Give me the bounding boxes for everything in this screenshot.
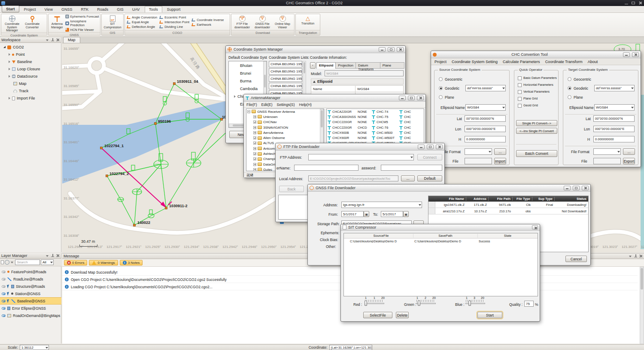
table-row[interactable]: C:\Users\koulong\Desktop\Demo D C:\Users… xyxy=(344,238,538,244)
back-button[interactable]: Back xyxy=(279,186,304,192)
menu-coordinate-transform[interactable]: Coordinate Transform xyxy=(545,60,583,64)
system-item[interactable]: CHINA BEIJING 1954 xyxy=(269,68,302,75)
plane-radio[interactable] xyxy=(439,95,443,99)
dialog-titlebar[interactable]: AntennaManager xyxy=(244,94,425,102)
dialog-titlebar[interactable]: CHC Convertion Tool xyxy=(431,51,641,58)
minimize-icon[interactable] xyxy=(564,186,571,190)
workspace-item-datasource[interactable]: DataSource xyxy=(9,74,38,78)
lon-field[interactable]: 000°00'00.000000"E xyxy=(465,126,506,132)
file-format-combo[interactable] xyxy=(593,148,621,155)
eccentric-point-button[interactable]: Eccentric Point xyxy=(160,15,189,19)
equal-angle-button[interactable]: Equal Angle xyxy=(127,20,157,24)
system-item[interactable]: CHINA BEIJING 1954 xyxy=(269,61,302,67)
default-button[interactable]: Default xyxy=(417,175,442,181)
filter-dropdown[interactable]: All xyxy=(41,259,54,265)
dividing-line-button[interactable]: Dividing Line xyxy=(160,25,189,29)
close-icon[interactable] xyxy=(582,186,589,190)
file-format-combo[interactable] xyxy=(465,148,492,155)
geoid-grid-checkbox[interactable] xyxy=(518,104,522,108)
close-icon[interactable] xyxy=(417,96,424,100)
collapsed-arrow-icon[interactable] xyxy=(9,75,10,78)
eye-icon[interactable] xyxy=(2,293,6,295)
pin-icon[interactable] xyxy=(51,254,55,258)
connect-button[interactable]: Connect xyxy=(417,154,442,160)
geodetic-radio[interactable] xyxy=(568,86,571,90)
from-calendar-button[interactable]: ▦ xyxy=(364,211,369,217)
maximize-icon[interactable] xyxy=(388,47,395,52)
tree-item[interactable]: 3SNAVIGATION xyxy=(246,125,324,130)
tab-support[interactable]: Support xyxy=(163,6,185,12)
export-button[interactable]: Export xyxy=(623,158,635,164)
tab-datum-transform[interactable]: Datum Transform xyxy=(356,62,380,69)
delete-button[interactable]: Delete xyxy=(396,312,409,318)
h-field[interactable]: 0.000000000 xyxy=(593,136,635,142)
country-item[interactable]: Bhutan xyxy=(240,63,252,68)
collapsed-arrow-icon[interactable] xyxy=(9,97,10,100)
menu-edit[interactable]: Edit(E) xyxy=(261,103,273,107)
geodetic-radio[interactable] xyxy=(439,86,443,90)
local-address-field[interactable]: E:\CGO2\CGOproject\CGO2\Source\packages\… xyxy=(308,175,398,181)
antenna-row[interactable]: CHCA220GRNONECHC-T4CHC xyxy=(327,109,424,114)
tree-item[interactable]: Allen Osborne xyxy=(246,135,324,140)
geocentric-radio[interactable] xyxy=(568,77,571,81)
cancel-button[interactable]: Cancel xyxy=(565,256,587,262)
tab-map[interactable]: Map xyxy=(63,37,80,43)
country-item[interactable]: Brunei xyxy=(240,71,251,75)
maximize-icon[interactable] xyxy=(630,1,636,5)
minimize-icon[interactable] xyxy=(418,145,425,149)
gnss-file-downloader-button[interactable]: IGSGNSS File downloader xyxy=(252,15,272,30)
menu-help[interactable]: Help(H) xyxy=(299,103,312,107)
search-input[interactable]: Search xyxy=(15,259,40,265)
green-slider[interactable] xyxy=(416,300,436,305)
red-slider[interactable] xyxy=(365,300,384,305)
antenna-row[interactable]: CHCC220GRNONECHCM5CHC xyxy=(327,120,424,125)
close-icon[interactable] xyxy=(436,145,443,149)
close-icon[interactable] xyxy=(532,225,538,229)
sit-compressor-dialog[interactable]: SIT Compressor SourceFile SavePath State… xyxy=(340,224,540,322)
format-combo[interactable]: dd°mm'ss.ssssss" xyxy=(594,85,635,91)
tree-item[interactable]: AeroAntenna xyxy=(246,130,324,135)
antenna-row[interactable]: CHCA300GNSSNONECHC-T5CHC xyxy=(327,114,424,119)
ftp-address-combo[interactable] xyxy=(308,154,414,160)
import-button[interactable]: Import xyxy=(494,158,506,164)
table-row[interactable]: igs19471.clk.Z 171.clk.Z 9471.clk Clk Fi… xyxy=(428,202,588,208)
intersection-point-button[interactable]: Intersection Point xyxy=(160,20,189,24)
minimize-icon[interactable] xyxy=(623,52,630,57)
tab-tools[interactable]: Tools xyxy=(145,6,162,12)
maximize-icon[interactable] xyxy=(573,186,580,190)
eye-icon[interactable] xyxy=(2,271,6,273)
collapse-box-icon[interactable] xyxy=(247,110,250,113)
to-date-input[interactable]: 5/1/2017 xyxy=(381,211,403,217)
new-layer-icon[interactable] xyxy=(1,260,4,264)
pin-icon[interactable] xyxy=(634,254,638,258)
tab-gis[interactable]: GIS xyxy=(113,6,128,12)
close-icon[interactable] xyxy=(397,47,404,52)
slider-thumb[interactable] xyxy=(418,301,420,306)
coordinate-system-manager-button[interactable]: Coordinate System Manager xyxy=(2,15,22,32)
dropdown-icon[interactable] xyxy=(46,254,49,258)
layer-item[interactable]: RoadLine@Roads xyxy=(0,275,61,283)
plane-grid-checkbox[interactable] xyxy=(518,97,522,101)
eye-icon[interactable] xyxy=(2,278,6,281)
lat-field[interactable]: 00°00'00.000000"N xyxy=(465,115,506,122)
sit-compression-button[interactable]: SITSIT Compression xyxy=(103,15,122,30)
eye-icon[interactable] xyxy=(2,285,6,288)
tree-item[interactable]: Unknown xyxy=(246,114,324,119)
vertical-checkbox[interactable] xyxy=(518,90,522,94)
workspace-item-import-file[interactable]: Import File xyxy=(9,96,35,100)
message-scrollbar[interactable] xyxy=(640,267,644,344)
layer-item-selected[interactable]: Baseline@GNSS xyxy=(0,297,61,305)
dialog-titlebar[interactable]: FTP File Downloader xyxy=(276,143,444,151)
antenna-row[interactable]: CHCX900RNONECHC-M500TCHC xyxy=(327,135,424,140)
close-icon[interactable] xyxy=(639,254,643,258)
ephemeris-forecast-button[interactable]: Ephemeris Forecast xyxy=(65,15,99,18)
file-field[interactable] xyxy=(593,158,621,164)
earthwork-button[interactable]: Earthwork xyxy=(192,23,224,27)
lon-field[interactable]: 000°00'00.000000"E xyxy=(593,126,635,132)
batch-convert-button[interactable]: Batch Convert xyxy=(516,150,557,157)
layer-item[interactable]: Station@GNSS xyxy=(0,290,61,297)
errors-filter-button[interactable]: ✕0 Errors xyxy=(64,260,87,266)
workspace-item-map[interactable]: Map xyxy=(13,81,27,86)
tab-start[interactable]: Start xyxy=(2,6,19,12)
start-button[interactable]: Start xyxy=(477,312,502,318)
